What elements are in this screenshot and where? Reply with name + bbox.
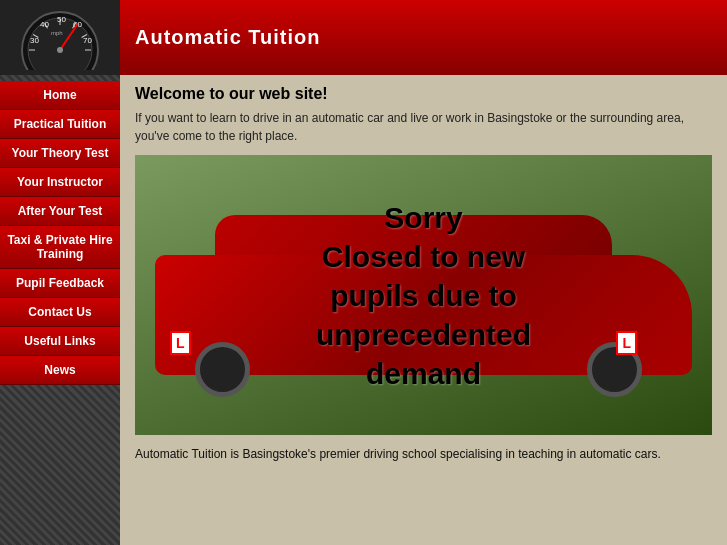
- nav-after-test[interactable]: After Your Test: [0, 197, 120, 226]
- svg-text:30: 30: [30, 36, 39, 45]
- header-title: Automatic Tuition: [135, 26, 321, 49]
- sorry-line2: Closed to new pupils due to: [322, 240, 525, 312]
- header-title-bar: Automatic Tuition: [120, 0, 727, 75]
- nav-useful-links[interactable]: Useful Links: [0, 327, 120, 356]
- nav-taxi-training[interactable]: Taxi & Private Hire Training: [0, 226, 120, 269]
- svg-text:mph: mph: [51, 30, 63, 36]
- svg-text:70: 70: [83, 36, 92, 45]
- welcome-text: If you want to learn to drive in an auto…: [135, 109, 712, 145]
- layout: Home Practical Tuition Your Theory Test …: [0, 75, 727, 545]
- svg-point-16: [57, 47, 63, 53]
- sorry-overlay: Sorry Closed to new pupils due to unprec…: [279, 198, 568, 393]
- sidebar: Home Practical Tuition Your Theory Test …: [0, 75, 120, 545]
- l-plate-rear: L: [170, 331, 191, 355]
- header-logo: 30 40 50 60 70 mph: [0, 0, 120, 75]
- nav-theory-test[interactable]: Your Theory Test: [0, 139, 120, 168]
- welcome-title: Welcome to our web site!: [135, 85, 712, 103]
- nav-instructor[interactable]: Your Instructor: [0, 168, 120, 197]
- main-content: Welcome to our web site! If you want to …: [120, 75, 727, 545]
- car-image: L L Sorry Closed to new pupils due to un…: [135, 155, 712, 435]
- svg-text:40: 40: [40, 20, 49, 29]
- nav-news[interactable]: News: [0, 356, 120, 385]
- car-wheel-left: [195, 342, 250, 397]
- header: 30 40 50 60 70 mph Automatic Tuition: [0, 0, 727, 75]
- description: Automatic Tuition is Basingstoke's premi…: [135, 445, 712, 464]
- sorry-line3: unprecedented demand: [316, 318, 531, 390]
- nav-practical-tuition[interactable]: Practical Tuition: [0, 110, 120, 139]
- svg-text:50: 50: [57, 15, 66, 24]
- nav-home[interactable]: Home: [0, 81, 120, 110]
- l-plate-front: L: [616, 331, 637, 355]
- nav-contact-us[interactable]: Contact Us: [0, 298, 120, 327]
- nav-pupil-feedback[interactable]: Pupil Feedback: [0, 269, 120, 298]
- sorry-text: Sorry Closed to new pupils due to unprec…: [279, 198, 568, 393]
- sorry-line1: Sorry: [384, 201, 462, 234]
